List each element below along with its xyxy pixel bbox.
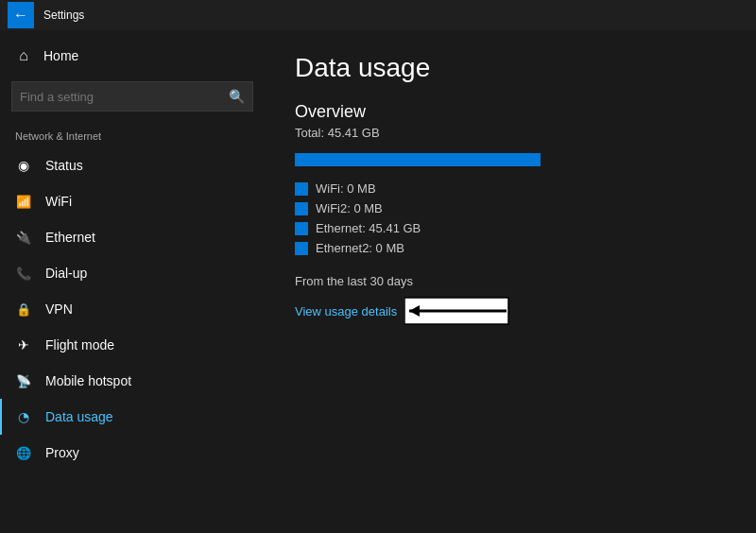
home-label: Home bbox=[43, 48, 78, 63]
hotspot-icon bbox=[15, 372, 32, 389]
sidebar-item-status[interactable]: Status bbox=[0, 147, 265, 183]
back-button[interactable] bbox=[8, 2, 34, 28]
overview-title: Overview bbox=[295, 102, 726, 122]
sidebar-item-label: Dial-up bbox=[45, 266, 87, 281]
sidebar-item-label: Ethernet bbox=[45, 230, 95, 245]
proxy-icon bbox=[15, 444, 32, 461]
sidebar-item-label: Mobile hotspot bbox=[45, 373, 131, 388]
ethernet-color-box bbox=[295, 222, 308, 235]
status-icon bbox=[15, 157, 32, 174]
sidebar-item-label: Flight mode bbox=[45, 337, 114, 352]
back-icon bbox=[13, 7, 28, 24]
search-input[interactable] bbox=[20, 90, 221, 104]
content-area: Data usage Overview Total: 45.41 GB WiFi… bbox=[265, 30, 756, 533]
home-icon bbox=[15, 47, 32, 64]
arrow-annotation-svg bbox=[404, 294, 518, 328]
sidebar-item-proxy[interactable]: Proxy bbox=[0, 435, 265, 471]
wifi2-color-box bbox=[295, 202, 308, 215]
page-title: Data usage bbox=[295, 53, 726, 83]
section-label: Network & Internet bbox=[0, 119, 265, 147]
overview-section: Overview Total: 45.41 GB WiFi: 0 MB WiFi… bbox=[295, 102, 726, 328]
sidebar-item-wifi[interactable]: WiFi bbox=[0, 183, 265, 219]
usage-list: WiFi: 0 MB WiFi2: 0 MB Ethernet: 45.41 G… bbox=[295, 181, 726, 255]
window-title: Settings bbox=[43, 9, 84, 22]
ethernet-icon bbox=[15, 229, 32, 246]
wifi2-label: WiFi2: 0 MB bbox=[316, 201, 383, 215]
arrow-annotation: View usage details bbox=[295, 294, 726, 328]
sidebar-item-home[interactable]: Home bbox=[0, 38, 265, 74]
search-box[interactable]: 🔍 bbox=[11, 81, 253, 112]
list-item: Ethernet2: 0 MB bbox=[295, 241, 726, 255]
datausage-icon bbox=[15, 408, 32, 425]
vpn-icon bbox=[15, 301, 32, 318]
main-layout: Home 🔍 Network & Internet Status WiFi Et… bbox=[0, 30, 756, 533]
dialup-icon bbox=[15, 265, 32, 282]
sidebar-item-hotspot[interactable]: Mobile hotspot bbox=[0, 363, 265, 399]
search-icon: 🔍 bbox=[229, 89, 245, 104]
list-item: WiFi2: 0 MB bbox=[295, 201, 726, 215]
view-details-link[interactable]: View usage details bbox=[295, 304, 397, 318]
ethernet-label: Ethernet: 45.41 GB bbox=[316, 221, 421, 235]
flight-icon bbox=[15, 336, 32, 353]
sidebar-item-datausage[interactable]: Data usage bbox=[0, 399, 265, 435]
sidebar-item-dialup[interactable]: Dial-up bbox=[0, 255, 265, 291]
wifi-icon bbox=[15, 193, 32, 210]
sidebar-item-ethernet[interactable]: Ethernet bbox=[0, 219, 265, 255]
sidebar-item-vpn[interactable]: VPN bbox=[0, 291, 265, 327]
sidebar-item-flight[interactable]: Flight mode bbox=[0, 327, 265, 363]
usage-bar-container bbox=[295, 153, 541, 166]
from-days-label: From the last 30 days bbox=[295, 274, 726, 288]
overview-total: Total: 45.41 GB bbox=[295, 126, 726, 140]
sidebar-item-label: Proxy bbox=[45, 445, 79, 460]
sidebar: Home 🔍 Network & Internet Status WiFi Et… bbox=[0, 30, 265, 533]
title-bar: Settings bbox=[0, 0, 756, 30]
wifi-label: WiFi: 0 MB bbox=[316, 181, 376, 196]
sidebar-item-label: WiFi bbox=[45, 194, 72, 209]
sidebar-item-label: Status bbox=[45, 158, 83, 173]
list-item: Ethernet: 45.41 GB bbox=[295, 221, 726, 235]
sidebar-item-label: VPN bbox=[45, 301, 73, 317]
list-item: WiFi: 0 MB bbox=[295, 181, 726, 196]
ethernet2-color-box bbox=[295, 242, 308, 255]
ethernet2-label: Ethernet2: 0 MB bbox=[316, 241, 404, 255]
usage-bar-fill bbox=[295, 153, 541, 166]
wifi-color-box bbox=[295, 182, 308, 196]
sidebar-item-label: Data usage bbox=[45, 409, 113, 424]
